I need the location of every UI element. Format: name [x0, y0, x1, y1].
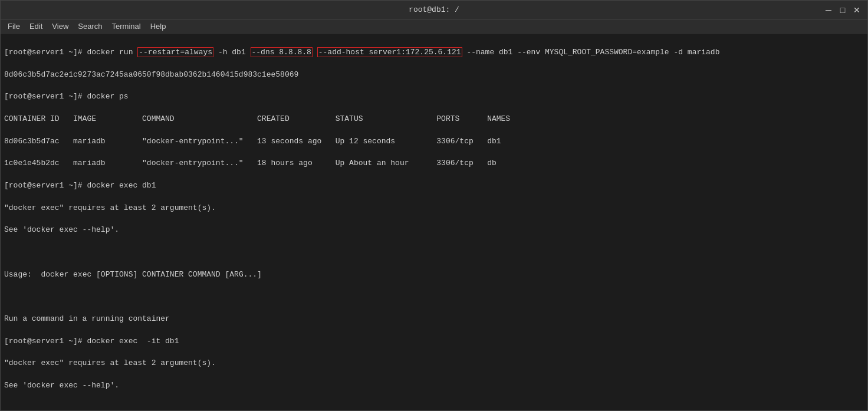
minimize-button[interactable]: ─ — [823, 4, 834, 16]
menu-view[interactable]: View — [47, 21, 73, 32]
menubar: File Edit View Search Terminal Help — [1, 19, 867, 34]
maximize-button[interactable]: □ — [837, 4, 849, 16]
highlight-dns: --dns 8.8.8.8 — [251, 47, 313, 57]
terminal-body[interactable]: [root@server1 ~]# docker run --restart=a… — [1, 34, 867, 410]
line-run1: Run a command in a running container — [4, 314, 864, 325]
line-exec-err2: "docker exec" requires at least 2 argume… — [4, 358, 864, 369]
line-3: [root@server1 ~]# docker ps — [4, 91, 864, 103]
menu-help[interactable]: Help — [146, 21, 171, 32]
line-empty3 — [4, 403, 864, 410]
menu-search[interactable]: Search — [73, 21, 107, 32]
titlebar: root@db1: / ─ □ ✕ — [1, 1, 867, 19]
titlebar-controls: ─ □ ✕ — [823, 1, 863, 19]
line-usage1: Usage: docker exec [OPTIONS] CONTAINER C… — [4, 269, 864, 281]
highlight-restart: --restart=always — [137, 47, 213, 57]
line-container1: 8d06c3b5d7ac mariadb "docker-entrypoint.… — [4, 136, 864, 147]
highlight-addhost: --add-host server1:172.25.6.121 — [317, 47, 462, 57]
line-header: CONTAINER ID IMAGE COMMAND CREATED STATU… — [4, 114, 864, 125]
line-container2: 1c0e1e45b2dc mariadb "docker-entrypoint.… — [4, 158, 864, 169]
titlebar-title: root@db1: / — [409, 5, 459, 14]
line-exec1: [root@server1 ~]# docker exec db1 — [4, 180, 864, 192]
close-button[interactable]: ✕ — [851, 4, 863, 16]
line-exec-help2: See 'docker exec --help'. — [4, 380, 864, 392]
line-1: [root@server1 ~]# docker run --restart=a… — [4, 47, 864, 58]
menu-file[interactable]: File — [3, 21, 25, 32]
line-exec2: [root@server1 ~]# docker exec -it db1 — [4, 336, 864, 347]
menu-edit[interactable]: Edit — [25, 21, 47, 32]
menu-terminal[interactable]: Terminal — [107, 21, 146, 32]
line-2: 8d06c3b5d7ac2e1c9273ac7245aa0650f98dbab0… — [4, 70, 864, 81]
line-empty1 — [4, 247, 864, 258]
line-empty2 — [4, 291, 864, 303]
terminal-window: root@db1: / ─ □ ✕ File Edit View Search … — [0, 0, 868, 411]
line-exec-help1: See 'docker exec --help'. — [4, 225, 864, 236]
line-exec-err1: "docker exec" requires at least 2 argume… — [4, 203, 864, 214]
